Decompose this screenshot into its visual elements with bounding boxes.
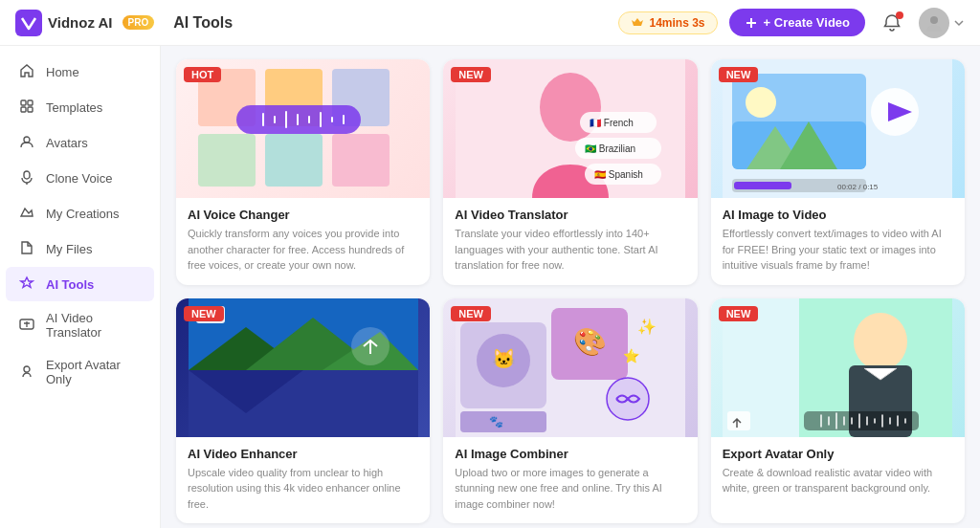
svg-rect-0: [15, 10, 42, 36]
card-title: AI Video Enhancer: [188, 447, 418, 461]
svg-point-9: [24, 137, 30, 143]
tool-card-voice-changer[interactable]: HOT AI Voice Changer Quickly transform a…: [176, 59, 430, 285]
sidebar-item-label: AI Video Translator: [46, 311, 141, 340]
svg-point-13: [24, 366, 30, 372]
card-desc: Effortlessly convert text/images to vide…: [723, 226, 953, 274]
svg-marker-1: [632, 18, 643, 26]
time-value: 14mins 3s: [650, 16, 705, 30]
chevron-down-icon: [953, 17, 965, 29]
user-icon: [924, 12, 945, 33]
tool-card-image-to-video[interactable]: 00:02 / 0:15 NEW AI Image to Video Effor…: [711, 59, 965, 285]
card-desc: Create & download realistic avatar video…: [723, 465, 953, 496]
card-title: AI Video Translator: [455, 208, 685, 222]
card-desc: Upscale video quality from unclear to hi…: [188, 465, 418, 513]
ai-tools-icon: [19, 275, 36, 293]
sidebar-item-my-files[interactable]: My Files: [6, 231, 154, 266]
time-display: 14mins 3s: [618, 11, 718, 34]
card-thumb-image-combiner: 🐱 🎨 ✨ ⭐ 🐾 NEW: [443, 298, 697, 437]
svg-rect-6: [28, 100, 33, 105]
card-badge: NEW: [719, 67, 759, 82]
svg-rect-68: [460, 411, 546, 432]
sidebar-item-label: Home: [46, 65, 79, 79]
svg-text:🇪🇸 Spanish: 🇪🇸 Spanish: [594, 168, 643, 181]
sidebar-item-home[interactable]: Home: [6, 55, 154, 89]
sidebar-item-label: Templates: [46, 100, 102, 115]
card-thumb-image-to-video: 00:02 / 0:15 NEW: [711, 59, 965, 198]
sidebar-item-export-avatar-only[interactable]: Export Avatar Only: [6, 349, 154, 395]
sidebar-item-label: Clone Voice: [46, 171, 112, 186]
svg-rect-7: [21, 107, 26, 112]
svg-rect-18: [265, 134, 323, 187]
svg-rect-10: [24, 171, 30, 179]
page-title: AI Tools: [173, 14, 617, 32]
card-thumb-voice-changer: HOT: [176, 59, 430, 198]
sidebar-item-clone-voice[interactable]: Clone Voice: [6, 161, 154, 195]
svg-point-41: [746, 87, 776, 118]
svg-text:00:02 / 0:15: 00:02 / 0:15: [837, 183, 879, 191]
svg-text:🇧🇷 Brazilian: 🇧🇷 Brazilian: [585, 143, 635, 155]
card-title: Export Avatar Only: [723, 447, 953, 461]
svg-text:🐱: 🐱: [492, 347, 516, 370]
card-desc: Upload two or more images to generate a …: [455, 465, 685, 513]
svg-text:⭐: ⭐: [623, 348, 640, 364]
card-title: AI Voice Changer: [188, 208, 418, 222]
create-label: + Create Video: [764, 15, 850, 30]
ai-video-translator-icon: [19, 317, 36, 334]
notification-button[interactable]: [877, 8, 907, 38]
card-desc: Quickly transform any voices you provide…: [188, 226, 418, 274]
crown-icon: [631, 16, 644, 30]
notification-dot: [896, 11, 903, 19]
card-badge: NEW: [451, 306, 491, 321]
my-creations-icon: [19, 205, 36, 222]
clone-voice-icon: [19, 169, 36, 187]
my-files-icon: [19, 240, 36, 257]
top-nav: Vidnoz AI PRO AI Tools 14mins 3s + Creat…: [0, 0, 980, 46]
card-body: Export Avatar Only Create & download rea…: [711, 437, 965, 508]
sidebar-item-templates[interactable]: Templates: [6, 90, 154, 124]
sidebar-item-label: AI Tools: [46, 277, 94, 292]
sidebar-item-ai-video-translator[interactable]: AI Video Translator: [6, 302, 154, 348]
sidebar: HomeTemplatesAvatarsClone VoiceMy Creati…: [0, 46, 161, 528]
main-content: HOT AI Voice Changer Quickly transform a…: [161, 46, 980, 528]
card-title: AI Image to Video: [723, 208, 953, 222]
card-body: AI Video Translator Translate your video…: [443, 198, 697, 285]
tool-card-video-enhancer[interactable]: 4K NEW AI Video Enhancer Upscale video q…: [176, 298, 430, 524]
card-badge: NEW: [184, 306, 224, 321]
svg-rect-5: [21, 100, 26, 105]
sidebar-item-avatars[interactable]: Avatars: [6, 125, 154, 160]
card-body: AI Voice Changer Quickly transform any v…: [176, 198, 430, 285]
tools-grid: HOT AI Voice Changer Quickly transform a…: [176, 59, 965, 523]
svg-point-72: [854, 313, 907, 370]
avatars-icon: [19, 134, 36, 151]
svg-text:✨: ✨: [637, 318, 657, 336]
card-body: AI Video Enhancer Upscale video quality …: [176, 437, 430, 524]
svg-text:🐾: 🐾: [489, 414, 503, 429]
sidebar-item-ai-tools[interactable]: AI Tools: [6, 267, 154, 301]
card-desc: Translate your video effortlessly into 1…: [455, 226, 685, 274]
create-video-button[interactable]: + Create Video: [729, 9, 865, 36]
sidebar-item-label: Avatars: [46, 136, 88, 150]
pro-badge: PRO: [122, 15, 155, 30]
card-title: AI Image Combiner: [455, 447, 685, 461]
svg-text:🇫🇷 French: 🇫🇷 French: [590, 117, 634, 129]
export-avatar-only-icon: [19, 363, 36, 381]
sidebar-item-label: Export Avatar Only: [46, 358, 141, 386]
card-body: AI Image Combiner Upload two or more ima…: [443, 437, 697, 524]
sidebar-item-my-creations[interactable]: My Creations: [6, 196, 154, 231]
logo-text: Vidnoz AI: [48, 14, 113, 31]
tool-card-video-translator[interactable]: 🇫🇷 French 🇧🇷 Brazilian 🇪🇸 Spanish NEW AI…: [443, 59, 697, 285]
sidebar-item-label: My Files: [46, 242, 92, 256]
svg-rect-19: [332, 134, 390, 187]
user-avatar-area[interactable]: [919, 8, 965, 38]
svg-rect-17: [198, 134, 256, 187]
card-thumb-video-enhancer: 4K NEW: [176, 298, 430, 437]
tool-card-export-avatar-only[interactable]: NEW Export Avatar Only Create & download…: [711, 298, 965, 524]
tool-card-image-combiner[interactable]: 🐱 🎨 ✨ ⭐ 🐾 NEW AI Image Combiner Upload t…: [443, 298, 697, 524]
svg-rect-47: [734, 182, 791, 189]
plus-icon: [745, 16, 758, 30]
svg-point-4: [930, 16, 938, 24]
logo-area: Vidnoz AI PRO: [15, 10, 154, 36]
avatar: [919, 8, 949, 38]
home-icon: [19, 63, 36, 80]
vidnoz-logo-icon: [15, 10, 42, 36]
